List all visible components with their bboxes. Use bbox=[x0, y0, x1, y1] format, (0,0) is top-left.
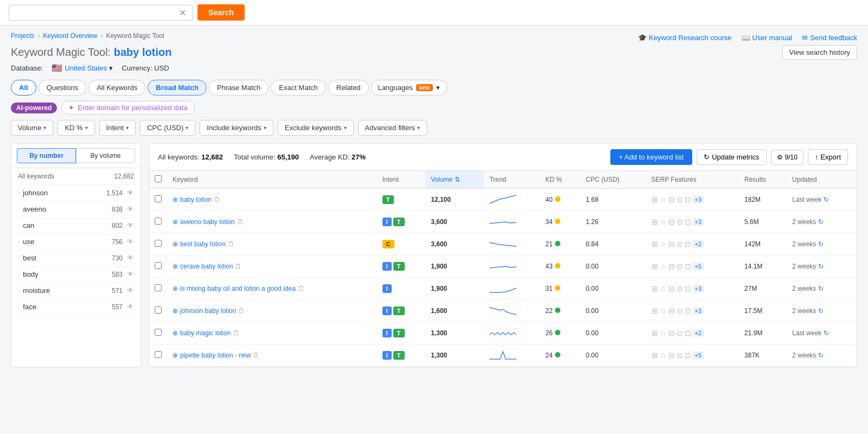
add-keyword-icon[interactable]: ⊕ bbox=[173, 285, 178, 292]
volume-filter-button[interactable]: Volume ▾ bbox=[11, 120, 53, 136]
keyword-link[interactable]: best baby lotion bbox=[180, 240, 226, 248]
refresh-icon[interactable]: ↻ bbox=[818, 307, 824, 315]
refresh-icon[interactable]: ↻ bbox=[824, 196, 829, 203]
trend-column-header[interactable]: Trend bbox=[484, 171, 540, 189]
keyword-link[interactable]: baby magic lotion bbox=[180, 329, 231, 337]
add-keyword-icon[interactable]: ⊕ bbox=[173, 329, 178, 337]
add-keyword-icon[interactable]: ⊕ bbox=[173, 240, 178, 248]
database-selector[interactable]: 🇺🇸 United States ▾ bbox=[52, 63, 113, 73]
intent-filter-button[interactable]: Intent ▾ bbox=[99, 120, 136, 136]
tab-related[interactable]: Related bbox=[328, 80, 369, 95]
eye-icon[interactable]: 👁 bbox=[127, 238, 134, 246]
exclude-keywords-button[interactable]: Exclude keywords ▾ bbox=[278, 120, 354, 136]
send-feedback-link[interactable]: ✉ Send feedback bbox=[802, 34, 857, 42]
search-box[interactable]: baby lotion ✕ bbox=[9, 5, 193, 21]
save-icon[interactable]: 🗒 bbox=[214, 196, 220, 203]
update-metrics-button[interactable]: ↻ Update metrics bbox=[697, 149, 766, 165]
updated-column-header[interactable]: Updated bbox=[787, 171, 857, 189]
row-checkbox[interactable] bbox=[155, 218, 162, 225]
volume-column-header[interactable]: Volume ⇅ bbox=[425, 171, 484, 189]
clear-search-button[interactable]: ✕ bbox=[177, 8, 188, 18]
intent-column-header[interactable]: Intent bbox=[377, 171, 425, 189]
refresh-icon[interactable]: ↻ bbox=[818, 218, 824, 226]
save-icon[interactable]: 🗒 bbox=[228, 240, 234, 248]
refresh-icon[interactable]: ↻ bbox=[824, 329, 829, 337]
tab-all[interactable]: All bbox=[11, 80, 36, 95]
eye-icon[interactable]: 👁 bbox=[127, 286, 134, 295]
row-checkbox[interactable] bbox=[155, 284, 162, 291]
save-icon[interactable]: 🗒 bbox=[253, 352, 259, 359]
refresh-icon[interactable]: ↻ bbox=[818, 352, 824, 359]
sidebar-item[interactable]: › body 583 👁 bbox=[11, 266, 141, 283]
add-keyword-icon[interactable]: ⊕ bbox=[173, 263, 178, 270]
refresh-icon[interactable]: ↻ bbox=[818, 285, 824, 292]
sidebar-item[interactable]: › use 756 👁 bbox=[11, 234, 141, 250]
save-icon[interactable]: 🗒 bbox=[235, 263, 241, 270]
select-all-header[interactable] bbox=[149, 171, 167, 189]
sidebar-item[interactable]: › best 730 👁 bbox=[11, 250, 141, 266]
keyword-link[interactable]: is mixing baby oil and lotion a good ide… bbox=[180, 285, 296, 292]
by-volume-toggle[interactable]: By volume bbox=[76, 148, 135, 163]
sidebar-item[interactable]: › can 802 👁 bbox=[11, 218, 141, 234]
add-keyword-icon[interactable]: ⊕ bbox=[173, 352, 178, 359]
serp-column-header[interactable]: SERP Features bbox=[646, 171, 739, 189]
kd-column-header[interactable]: KD % bbox=[540, 171, 580, 189]
sidebar-item[interactable]: › moisture 571 👁 bbox=[11, 283, 141, 299]
tab-phrase-match[interactable]: Phrase Match bbox=[209, 80, 269, 95]
keyword-research-course-link[interactable]: 🎓 Keyword Research course bbox=[638, 34, 731, 42]
domain-input[interactable]: ✦ Enter domain for personalized data bbox=[61, 101, 194, 114]
results-column-header[interactable]: Results bbox=[739, 171, 787, 189]
row-checkbox[interactable] bbox=[155, 240, 162, 247]
row-checkbox[interactable] bbox=[155, 262, 162, 269]
tab-broad-match[interactable]: Broad Match bbox=[148, 80, 207, 95]
columns-button[interactable]: ⚙ 9/10 bbox=[771, 150, 803, 165]
cpc-column-header[interactable]: CPC (USD) bbox=[580, 171, 646, 189]
refresh-icon[interactable]: ↻ bbox=[818, 263, 824, 270]
tab-questions[interactable]: Questions bbox=[39, 80, 87, 95]
view-search-history-button[interactable]: View search history bbox=[782, 45, 857, 60]
search-input[interactable]: baby lotion bbox=[14, 8, 177, 17]
cpc-filter-button[interactable]: CPC (USD) ▾ bbox=[140, 120, 195, 136]
save-icon[interactable]: 🗒 bbox=[237, 218, 244, 226]
save-icon[interactable]: 🗒 bbox=[233, 329, 239, 337]
kd-filter-button[interactable]: KD % ▾ bbox=[58, 120, 94, 136]
eye-icon[interactable]: 👁 bbox=[127, 270, 134, 278]
breadcrumb-keyword-overview[interactable]: Keyword Overview bbox=[43, 32, 97, 40]
keyword-column-header[interactable]: Keyword bbox=[167, 171, 377, 189]
keyword-link[interactable]: johnson baby lotion bbox=[180, 307, 236, 315]
search-button[interactable]: Search bbox=[197, 4, 245, 21]
database-country-link[interactable]: United States bbox=[65, 64, 107, 72]
eye-icon[interactable]: 👁 bbox=[127, 221, 134, 229]
export-button[interactable]: ↑ Export bbox=[808, 149, 848, 165]
tab-all-keywords[interactable]: All Keywords bbox=[88, 80, 145, 95]
languages-button[interactable]: Languages beta ▾ bbox=[371, 80, 447, 95]
eye-icon[interactable]: 👁 bbox=[127, 254, 134, 262]
row-checkbox[interactable] bbox=[155, 307, 162, 314]
row-checkbox[interactable] bbox=[155, 195, 162, 202]
refresh-icon[interactable]: ↻ bbox=[818, 240, 824, 248]
keyword-link[interactable]: baby lotion bbox=[180, 196, 212, 203]
tab-exact-match[interactable]: Exact Match bbox=[271, 80, 326, 95]
save-icon[interactable]: 🗒 bbox=[238, 307, 245, 315]
add-keyword-icon[interactable]: ⊕ bbox=[173, 307, 178, 315]
add-to-keyword-list-button[interactable]: + Add to keyword list bbox=[610, 149, 693, 165]
add-keyword-icon[interactable]: ⊕ bbox=[173, 218, 178, 226]
select-all-checkbox[interactable] bbox=[155, 175, 162, 182]
keyword-link[interactable]: aveeno baby lotion bbox=[180, 218, 235, 226]
user-manual-link[interactable]: 📖 User manual bbox=[742, 34, 793, 42]
sidebar-item[interactable]: › aveeno 838 👁 bbox=[11, 201, 141, 218]
eye-icon[interactable]: 👁 bbox=[127, 303, 134, 311]
eye-icon[interactable]: 👁 bbox=[127, 189, 134, 197]
keyword-link[interactable]: cerave baby lotion bbox=[180, 263, 233, 270]
keyword-link[interactable]: pipette baby lotion - new bbox=[180, 352, 251, 359]
eye-icon[interactable]: 👁 bbox=[127, 205, 134, 213]
by-number-toggle[interactable]: By number bbox=[17, 148, 76, 163]
include-keywords-button[interactable]: Include keywords ▾ bbox=[200, 120, 273, 136]
add-keyword-icon[interactable]: ⊕ bbox=[173, 196, 178, 203]
advanced-filters-button[interactable]: Advanced filters ▾ bbox=[358, 120, 427, 136]
save-icon[interactable]: 🗒 bbox=[298, 285, 304, 292]
sidebar-item[interactable]: › johnson 1,514 👁 bbox=[11, 185, 141, 201]
row-checkbox[interactable] bbox=[155, 351, 162, 358]
row-checkbox[interactable] bbox=[155, 329, 162, 336]
breadcrumb-projects[interactable]: Projects bbox=[11, 32, 34, 40]
